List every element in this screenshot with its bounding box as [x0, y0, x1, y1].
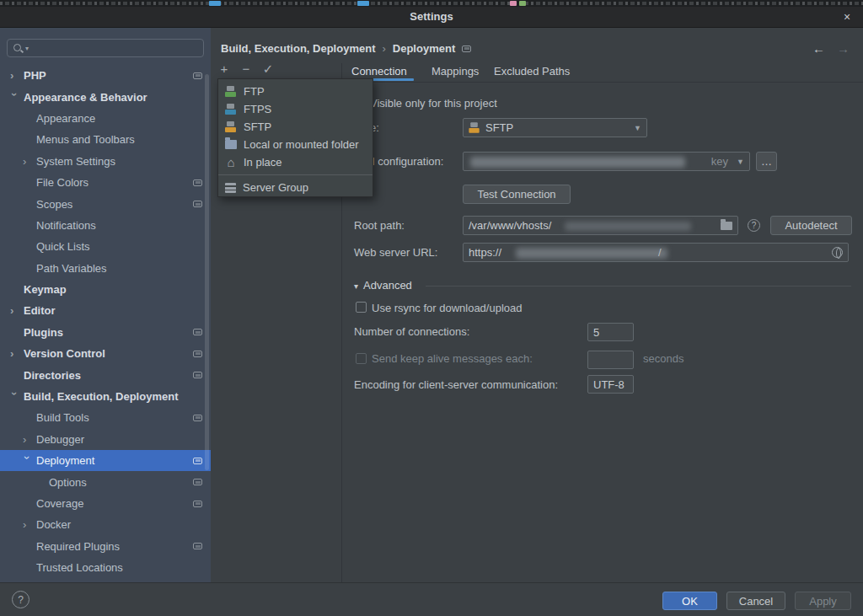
menu-item-ftp[interactable]: FTP: [218, 83, 373, 100]
settings-sidebar: ▾ ›PHP ›Appearance & Behavior Appearance…: [0, 28, 211, 582]
browse-button[interactable]: …: [756, 152, 777, 171]
root-path-input[interactable]: /var/www/vhosts/: [463, 216, 738, 235]
background-tab-icon: [357, 1, 369, 6]
forward-arrow-icon[interactable]: →: [837, 41, 850, 56]
advanced-section-toggle[interactable]: ▾Advanced: [354, 279, 412, 292]
sidebar-item-version-control[interactable]: ›Version Control: [0, 343, 211, 364]
redacted-ssh-config: [470, 157, 685, 168]
screen-icon: [193, 351, 202, 357]
sidebar-item-scopes[interactable]: Scopes: [0, 193, 211, 214]
chevron-down-icon: ›: [9, 92, 20, 105]
chevron-right-icon: ›: [10, 70, 24, 81]
help-badge-icon[interactable]: ?: [748, 219, 760, 232]
background-tab-icon: [519, 1, 526, 6]
visible-only-label: Visible only for this project: [370, 97, 497, 110]
chevron-down-icon: ›: [9, 392, 20, 405]
sidebar-item-menus-toolbars[interactable]: Menus and Toolbars: [0, 129, 211, 150]
sidebar-item-plugins[interactable]: Plugins: [0, 322, 211, 343]
sidebar-item-quick-lists[interactable]: Quick Lists: [0, 236, 211, 257]
encoding-input[interactable]: UTF-8: [587, 375, 634, 394]
keepalive-input[interactable]: [587, 351, 634, 369]
remove-server-button[interactable]: −: [239, 62, 253, 77]
use-as-default-check-button[interactable]: ✓: [261, 62, 275, 77]
breadcrumb-build-execution-deployment[interactable]: Build, Execution, Deployment: [221, 42, 375, 55]
dialog-title: Settings: [0, 10, 863, 23]
sidebar-item-required-plugins[interactable]: Required Plugins: [0, 536, 211, 557]
screen-icon: [462, 46, 471, 52]
mounted-folder-icon: [225, 140, 237, 149]
redacted-host: [516, 248, 667, 259]
sftp-server-icon: [469, 122, 480, 132]
sidebar-item-deployment[interactable]: ›Deployment: [0, 450, 211, 471]
ftp-server-icon: [225, 86, 237, 97]
breadcrumb-deployment[interactable]: Deployment: [393, 42, 455, 55]
collapse-triangle-icon: ▾: [354, 281, 358, 291]
keepalive-checkbox[interactable]: [356, 353, 367, 364]
sidebar-item-notifications[interactable]: Notifications: [0, 215, 211, 236]
sidebar-item-build-execution-deployment[interactable]: ›Build, Execution, Deployment: [0, 386, 211, 407]
menu-item-in-place[interactable]: ⌂In place: [218, 153, 373, 171]
screen-icon: [193, 479, 202, 485]
sidebar-item-keymap[interactable]: Keymap: [0, 279, 211, 300]
server-group-icon: [225, 183, 236, 193]
connections-label: Number of connections:: [354, 325, 469, 338]
sidebar-item-debugger[interactable]: ›Debugger: [0, 429, 211, 450]
sidebar-item-coverage[interactable]: Coverage: [0, 493, 211, 514]
tabs-separator: [341, 82, 863, 83]
encoding-label: Encoding for client-server communication…: [354, 378, 558, 391]
rsync-checkbox[interactable]: [356, 302, 367, 313]
connections-input[interactable]: 5: [587, 323, 634, 341]
screen-icon: [193, 372, 202, 378]
search-input[interactable]: ▾: [7, 39, 204, 57]
background-editor-tabs: [0, 0, 863, 7]
sidebar-scrollbar[interactable]: [205, 74, 209, 470]
add-server-button[interactable]: +: [217, 62, 231, 77]
sidebar-item-system-settings[interactable]: ›System Settings: [0, 151, 211, 172]
web-server-url-input[interactable]: https:// /: [463, 243, 849, 262]
screen-icon: [193, 179, 202, 186]
cancel-button[interactable]: Cancel: [726, 592, 785, 610]
menu-item-local-mounted-folder[interactable]: Local or mounted folder: [218, 136, 373, 153]
sidebar-item-file-colors[interactable]: File Colors: [0, 172, 211, 193]
ssh-configuration-select[interactable]: key ▼: [463, 152, 750, 171]
breadcrumb: Build, Execution, Deployment › Deploymen…: [221, 42, 471, 55]
advanced-separator: [426, 286, 851, 287]
sidebar-item-path-variables[interactable]: Path Variables: [0, 258, 211, 279]
server-list-toolbar: + − ✓: [217, 62, 275, 77]
folder-icon[interactable]: [721, 222, 732, 230]
sidebar-item-docker[interactable]: ›Docker: [0, 514, 211, 535]
type-select[interactable]: SFTP ▼: [463, 118, 647, 137]
back-arrow-icon[interactable]: ←: [812, 41, 825, 56]
chevron-down-icon: ›: [22, 456, 33, 469]
tab-excluded-paths[interactable]: Excluded Paths: [494, 65, 570, 78]
apply-button[interactable]: Apply: [795, 592, 851, 610]
sidebar-item-build-tools[interactable]: Build Tools: [0, 407, 211, 428]
screen-icon: [193, 72, 202, 79]
autodetect-button[interactable]: Autodetect: [770, 216, 852, 235]
sidebar-item-editor[interactable]: ›Editor: [0, 300, 211, 321]
help-icon[interactable]: ?: [12, 591, 29, 608]
tab-connection[interactable]: Connection: [351, 65, 407, 78]
ok-button[interactable]: OK: [662, 592, 717, 610]
tab-mappings[interactable]: Mappings: [432, 65, 479, 78]
keepalive-label: Send keep alive messages each:: [372, 352, 533, 365]
ssh-config-visible-text: key: [711, 155, 728, 168]
test-connection-button[interactable]: Test Connection: [463, 185, 571, 204]
sidebar-item-directories[interactable]: Directories: [0, 364, 211, 385]
sidebar-item-appearance[interactable]: Appearance: [0, 108, 211, 129]
menu-item-server-group[interactable]: Server Group: [218, 179, 373, 196]
sidebar-item-appearance-behavior[interactable]: ›Appearance & Behavior: [0, 86, 211, 107]
root-path-label: Root path:: [354, 219, 405, 232]
menu-item-sftp[interactable]: SFTP: [218, 118, 373, 136]
screen-icon: [193, 501, 202, 507]
keepalive-units-label: seconds: [643, 352, 683, 365]
search-options-caret-icon: ▾: [25, 45, 29, 52]
deployment-panel: Build, Execution, Deployment › Deploymen…: [211, 28, 863, 582]
menu-item-ftps[interactable]: FTPS: [218, 100, 373, 118]
close-icon[interactable]: ×: [839, 9, 855, 24]
screen-icon: [193, 201, 202, 207]
sidebar-item-options[interactable]: Options: [0, 471, 211, 492]
screen-icon: [193, 329, 202, 335]
sidebar-item-php[interactable]: ›PHP: [0, 65, 211, 86]
sidebar-item-trusted-locations[interactable]: Trusted Locations: [0, 557, 211, 578]
